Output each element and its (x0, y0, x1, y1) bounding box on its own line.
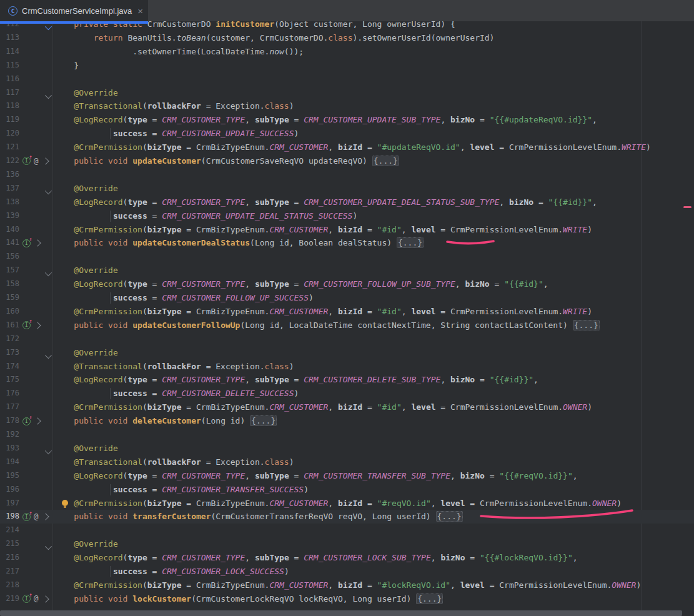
code-line-117[interactable]: 117 @Override (0, 86, 694, 100)
code-line-160[interactable]: 160 @CrmPermission(bizType = CrmBizTypeE… (0, 305, 694, 319)
code-line-159[interactable]: 159 success = CRM_CUSTOMER_FOLLOW_UP_SUC… (0, 291, 694, 305)
line-number[interactable]: 192 (0, 428, 19, 442)
code-line-138[interactable]: 138 @LogRecord(type = CRM_CUSTOMER_TYPE,… (0, 196, 694, 209)
folded-code-placeholder[interactable]: {...} (250, 415, 277, 426)
code-line-140[interactable]: 140 @CrmPermission(bizType = CrmBizTypeE… (0, 223, 694, 237)
code-line-121[interactable]: 121 @CrmPermission(bizType = CrmBizTypeE… (0, 141, 694, 154)
code-token-def: ( (142, 402, 147, 412)
code-line-156[interactable]: 156 (0, 250, 694, 264)
code-editor[interactable]: 112 private static CrmCustomerDO initCus… (0, 21, 694, 616)
code-line-113[interactable]: 113 return BeanUtils.toBean(customer, Cr… (0, 31, 694, 45)
code-line-196[interactable]: 196 success = CRM_CUSTOMER_TRANSFER_SUCC… (0, 483, 694, 497)
code-line-122[interactable]: 122I↑@ public void updateCustomer(CrmCus… (0, 154, 694, 168)
code-line-139[interactable]: 139 success = CRM_CUSTOMER_UPDATE_DEAL_S… (0, 209, 694, 223)
code-token-def (54, 266, 74, 275)
code-token-attr: type (127, 279, 147, 289)
code-line-136[interactable]: 136 (0, 168, 694, 182)
editor-tab-bar: C CrmCustomerServiceImpl.java × (0, 0, 694, 21)
code-token-attr: level (411, 402, 435, 412)
code-token-def: ) (289, 101, 294, 111)
code-token-def: ( (142, 225, 147, 234)
code-token-const: CRM_CUSTOMER_UPDATE_SUB_TYPE (304, 115, 440, 124)
code-token-def: , (440, 375, 450, 384)
code-line-195[interactable]: 195 @LogRecord(type = CRM_CUSTOMER_TYPE,… (0, 469, 694, 483)
code-token-const: CRM_CUSTOMER (269, 307, 328, 316)
horizontal-scrollbar[interactable] (0, 610, 682, 616)
code-line-172[interactable]: 172 (0, 332, 694, 346)
code-token-const: CRM_CUSTOMER (269, 225, 328, 234)
code-token-def: = Exception. (201, 362, 265, 371)
code-token-ann: @CrmPermission (74, 307, 142, 316)
code-line-198[interactable]: 198I↑@ public void transferCustomer(CrmC… (0, 510, 694, 524)
code-line-120[interactable]: 120 success = CRM_CUSTOMER_UPDATE_SUCCES… (0, 127, 694, 141)
code-token-def: = (485, 471, 499, 480)
code-token-def: ()); (284, 47, 304, 56)
code-line-219[interactable]: 219I↑@ public void lockCustomer(CrmCusto… (0, 592, 694, 606)
code-line-197[interactable]: 197 @CrmPermission(bizType = CrmBizTypeE… (0, 497, 694, 510)
code-token-def: = (147, 279, 162, 289)
code-line-115[interactable]: 115 } (0, 59, 694, 72)
code-line-194[interactable]: 194 @Transactional(rollbackFor = Excepti… (0, 455, 694, 469)
code-token-attr: rollbackFor (147, 457, 201, 467)
code-token-const: CRM_CUSTOMER_LOCK_SUB_TYPE (304, 553, 431, 562)
code-line-114[interactable]: 114 .setOwnerTime(LocalDateTime.now()); (0, 45, 694, 59)
code-token-def: , (533, 375, 538, 384)
tab-close-icon[interactable]: × (136, 6, 144, 16)
code-line-161[interactable]: 161I↑ public void updateCustomerFollowUp… (0, 319, 694, 332)
folded-code-placeholder[interactable]: {...} (436, 511, 463, 522)
code-line-157[interactable]: 157 @Override (0, 264, 694, 277)
code-text: @LogRecord(type = CRM_CUSTOMER_TYPE, sub… (0, 373, 538, 387)
code-token-def (103, 320, 108, 330)
code-line-193[interactable]: 193 @Override (0, 442, 694, 455)
code-token-def: = (147, 211, 162, 221)
code-line-119[interactable]: 119 @LogRecord(type = CRM_CUSTOMER_TYPE,… (0, 113, 694, 127)
code-token-def: ( (142, 457, 147, 467)
folded-code-placeholder[interactable]: {...} (372, 156, 399, 166)
code-line-215[interactable]: 215 @Override (0, 537, 694, 551)
error-stripe-mark (683, 206, 692, 208)
editor-tab[interactable]: C CrmCustomerServiceImpl.java × (0, 0, 148, 21)
code-line-176[interactable]: 176 success = CRM_CUSTOMER_DELETE_SUCCES… (0, 387, 694, 400)
code-line-116[interactable]: 116 (0, 72, 694, 86)
line-number[interactable]: 136 (0, 168, 19, 182)
line-number[interactable]: 172 (0, 332, 19, 346)
code-line-158[interactable]: 158 @LogRecord(type = CRM_CUSTOMER_TYPE,… (0, 277, 694, 291)
code-line-118[interactable]: 118 @Transactional(rollbackFor = Excepti… (0, 99, 694, 113)
code-token-attr: success (113, 129, 147, 138)
code-token-str: "{{#reqVO.id}}" (499, 471, 572, 480)
code-token-def (54, 512, 74, 521)
code-token-kw: void (108, 594, 127, 604)
code-line-141[interactable]: 141I↑ public void updateCustomerDealStat… (0, 236, 694, 250)
code-line-173[interactable]: 173 @Override (0, 346, 694, 360)
line-number[interactable]: 116 (0, 72, 19, 86)
code-line-218[interactable]: 218 @CrmPermission(bizType = CrmBizTypeE… (0, 579, 694, 592)
line-number[interactable]: 156 (0, 250, 19, 264)
code-line-137[interactable]: 137 @Override (0, 182, 694, 196)
code-token-def: , (402, 402, 412, 412)
code-token-const: CRM_CUSTOMER (269, 142, 328, 152)
code-line-178[interactable]: 178I↑ public void deleteCustomer(Long id… (0, 414, 694, 428)
code-line-177[interactable]: 177 @CrmPermission(bizType = CrmBizTypeE… (0, 400, 694, 414)
folded-code-placeholder[interactable]: {...} (397, 237, 424, 248)
code-token-ann: @CrmPermission (74, 225, 142, 234)
code-token-ann: @Transactional (74, 101, 142, 111)
code-token-def (54, 348, 74, 357)
code-text: @CrmPermission(bizType = CrmBizTypeEnum.… (0, 141, 651, 154)
code-token-def: = CrmBizTypeEnum. (182, 307, 270, 316)
code-line-174[interactable]: 174 @Transactional(rollbackFor = Excepti… (0, 360, 694, 374)
code-line-192[interactable]: 192 (0, 428, 694, 442)
code-token-def: , (328, 499, 338, 508)
code-line-217[interactable]: 217 success = CRM_CUSTOMER_LOCK_SUCCESS) (0, 565, 694, 579)
line-number[interactable]: 214 (0, 524, 19, 537)
code-token-attr: type (127, 471, 147, 480)
folded-code-placeholder[interactable]: {...} (573, 320, 600, 330)
code-token-def: ) (617, 499, 622, 508)
code-line-175[interactable]: 175 @LogRecord(type = CRM_CUSTOMER_TYPE,… (0, 373, 694, 387)
code-token-def (54, 197, 74, 207)
folded-code-placeholder[interactable]: {...} (416, 594, 443, 604)
code-token-attr: success (113, 567, 147, 576)
code-line-216[interactable]: 216 @LogRecord(type = CRM_CUSTOMER_TYPE,… (0, 551, 694, 565)
code-token-const: CRM_CUSTOMER_DELETE_SUCCESS (162, 389, 294, 398)
code-token-attr: bizNo (440, 553, 465, 562)
code-line-214[interactable]: 214 (0, 524, 694, 537)
